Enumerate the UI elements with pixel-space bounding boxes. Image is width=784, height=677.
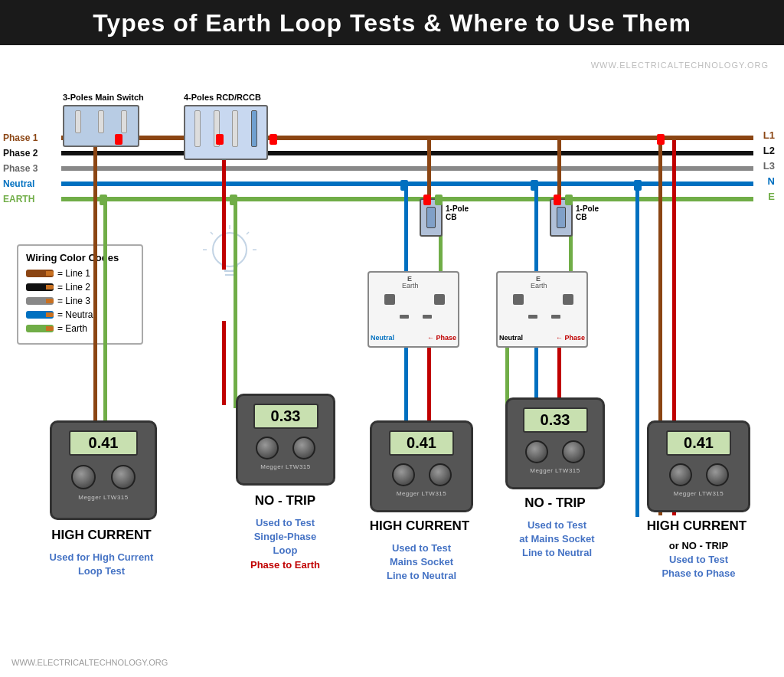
meter3-knob-left — [392, 463, 415, 486]
svg-line-6 — [211, 232, 213, 234]
header-title: Types of Earth Loop Tests & Where to Use… — [93, 9, 691, 37]
meter4-screen: 0.33 — [523, 407, 588, 433]
label-neutral: Neutral — [3, 178, 34, 189]
label-L3: L3 — [763, 160, 775, 172]
footer-watermark: WWW.ELECTRICALTECHNOLOGY.ORG — [11, 658, 168, 667]
diagram: WWW.ELECTRICALTECHNOLOGY.ORG Phase 1 Pha… — [0, 45, 784, 673]
meter4-knob-left — [525, 440, 548, 463]
conn-green-s1 — [435, 195, 443, 205]
meter2-label-sub: Used to Test Single-Phase Loop Phase to … — [226, 516, 345, 572]
socket2-box: E Earth Neutral ← Phase — [496, 271, 588, 348]
watermark: WWW.ELECTRICALTECHNOLOGY.ORG — [591, 61, 769, 70]
conn-blue-s2 — [531, 180, 538, 191]
svg-line-4 — [247, 232, 249, 234]
meter5-label-sub: or NO - TRIP Used to Test Phase to Phase — [628, 539, 769, 581]
conn-green-1 — [100, 195, 107, 205]
cb2-label: 1-PoleCB — [576, 204, 599, 221]
label-N: N — [768, 175, 775, 187]
rcd-box — [184, 105, 268, 160]
meter5-screen: 0.41 — [666, 430, 731, 456]
v-wire-rcd-green — [234, 201, 237, 324]
conn-green-s2 — [565, 195, 573, 205]
label-phase2: Phase 2 — [3, 148, 38, 159]
label-E: E — [768, 191, 775, 202]
meter5-label-main: HIGH CURRENT — [620, 518, 773, 534]
v-wire-rcd-red — [222, 147, 226, 270]
conn-green-2 — [230, 195, 237, 205]
meter3: 0.41 Megger LTW315 — [370, 420, 473, 512]
conn-blue-s1 — [400, 180, 408, 191]
meter1: 0.41 Megger LTW315 — [50, 420, 157, 520]
meter1-label-sub: Used for High Current Loop Test — [42, 551, 161, 578]
cb1-label: 1-PoleCB — [446, 204, 469, 221]
v-wire-ms-brown — [93, 147, 97, 446]
meter1-knob-left — [71, 465, 96, 489]
svg-point-0 — [213, 233, 247, 267]
main-switch-box — [63, 105, 139, 147]
conn-red-r1 — [657, 134, 665, 145]
meter5: 0.41 Megger LTW315 — [647, 420, 750, 512]
meter5-knob-left — [669, 463, 692, 486]
bus-phase1 — [61, 136, 753, 140]
label-phase3: Phase 3 — [3, 163, 38, 174]
meter4-knob-right — [562, 440, 585, 463]
meter4-label-sub: Used to Test at Mains Socket Line to Neu… — [494, 518, 620, 561]
v-wire-m2-green — [234, 324, 237, 408]
v-wire-r1-blue — [635, 184, 639, 517]
conn-red-s2 — [554, 195, 561, 205]
conn-red-s1 — [423, 195, 431, 205]
meter4-label-main: NO - TRIP — [486, 495, 624, 511]
conn-rcd-red1 — [216, 134, 224, 145]
lightbulb-icon — [199, 225, 260, 286]
meter2-screen: 0.33 — [253, 404, 318, 429]
label-phase1: Phase 1 — [3, 132, 38, 143]
v-wire-m2-red — [222, 321, 226, 405]
legend-title: Wiring Color Codes — [26, 252, 134, 263]
meter4: 0.33 Megger LTW315 — [505, 397, 605, 489]
bus-phase3 — [61, 166, 753, 171]
meter3-screen: 0.41 — [389, 430, 454, 456]
legend-earth: = Earth — [57, 323, 87, 334]
meter3-label-main: HIGH CURRENT — [343, 518, 496, 534]
conn-blue-r1 — [634, 180, 642, 191]
conn-ms-red — [115, 134, 122, 145]
meter2-label-main: NO - TRIP — [218, 493, 352, 509]
rcd-label: 4-Poles RCD/RCCB — [184, 93, 261, 102]
legend-neutral: = Neutral — [57, 309, 95, 320]
header: Types of Earth Loop Tests & Where to Use… — [0, 0, 784, 45]
bus-phase2 — [61, 151, 753, 155]
meter1-knob-right — [111, 465, 136, 489]
meter1-label-main: HIGH CURRENT — [27, 528, 176, 543]
main-switch-label: 3-Poles Main Switch — [63, 93, 144, 102]
meter3-knob-right — [429, 463, 452, 486]
legend-line2: = Line 2 — [57, 282, 90, 293]
legend-line3: = Line 3 — [57, 296, 90, 306]
label-L2: L2 — [763, 145, 775, 156]
meter1-screen: 0.41 — [69, 430, 138, 456]
v-wire-ms-green — [103, 201, 107, 446]
label-L1: L1 — [763, 129, 775, 141]
meter2-knob-left — [256, 437, 279, 460]
legend: Wiring Color Codes = Line 1 = Line 2 = L… — [17, 244, 143, 345]
socket1-box: E Earth Neutral ← Phase — [368, 271, 459, 348]
meter2: 0.33 Megger LTW315 — [236, 394, 335, 486]
legend-line1: = Line 1 — [57, 268, 90, 279]
meter3-label-sub: Used to Test Mains Socket Line to Neutra… — [358, 541, 485, 584]
meter5-knob-right — [706, 463, 729, 486]
conn-rcd-red2 — [270, 134, 277, 145]
label-earth: EARTH — [3, 194, 34, 204]
meter2-knob-right — [292, 437, 315, 460]
